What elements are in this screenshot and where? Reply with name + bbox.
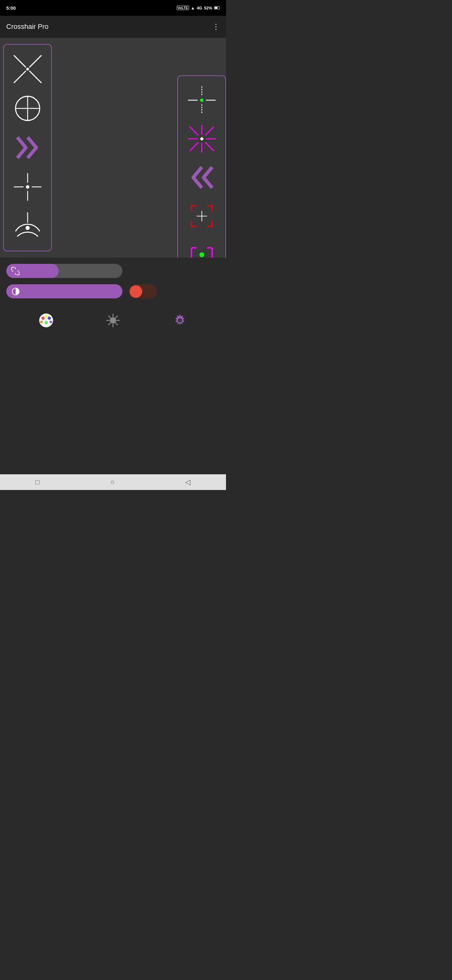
svg-rect-28 — [200, 137, 203, 141]
opacity-row — [6, 284, 220, 298]
svg-point-43 — [45, 315, 48, 318]
crosshair-item-arc-dot[interactable] — [10, 209, 45, 243]
controls-area — [0, 258, 226, 302]
svg-line-20 — [190, 127, 198, 135]
nav-home-button[interactable]: ○ — [111, 478, 114, 486]
opacity-slider-fill — [6, 284, 122, 298]
svg-line-3 — [29, 71, 41, 83]
svg-point-19 — [200, 98, 203, 102]
brightness-button[interactable] — [104, 312, 122, 329]
svg-line-2 — [14, 71, 26, 83]
app-title: Crosshair Pro — [6, 22, 48, 31]
crosshair-item-chevrons-left[interactable] — [185, 160, 219, 195]
svg-point-41 — [40, 321, 43, 323]
toggle-knob — [130, 285, 142, 298]
battery-percent: 52% — [204, 6, 212, 10]
crosshair-item-x-cross[interactable] — [10, 52, 45, 86]
svg-point-35 — [199, 253, 204, 257]
svg-point-38 — [41, 317, 44, 320]
status-bar: 5:00 VoLTE ▲ 4G 52% — [0, 0, 226, 16]
svg-point-40 — [44, 321, 48, 324]
nav-bar: □ ○ ◁ — [0, 474, 226, 490]
left-crosshair-panel — [3, 44, 52, 251]
palette-button[interactable] — [37, 312, 55, 329]
size-icon — [11, 267, 20, 275]
size-slider-fill — [6, 264, 59, 278]
svg-point-54 — [178, 318, 182, 323]
battery-icon — [214, 6, 220, 10]
svg-point-39 — [48, 317, 51, 320]
svg-line-1 — [29, 55, 41, 68]
svg-point-13 — [25, 226, 30, 230]
opacity-slider-track[interactable] — [6, 284, 122, 298]
settings-button[interactable] — [171, 312, 189, 329]
svg-line-49 — [109, 316, 111, 318]
crosshair-item-star-cross[interactable] — [185, 122, 219, 156]
svg-line-0 — [14, 55, 26, 68]
toggle-switch[interactable] — [129, 284, 157, 298]
app-header: Crosshair Pro ⋮ — [0, 16, 226, 38]
volte-icon: VoLTE — [177, 6, 189, 10]
crosshair-item-circle-cross[interactable] — [10, 91, 45, 126]
right-crosshair-panel — [178, 75, 226, 280]
size-slider-track[interactable] — [6, 264, 122, 278]
svg-line-51 — [116, 316, 117, 318]
wifi-icon: ▲ — [191, 6, 195, 10]
svg-line-52 — [109, 323, 111, 325]
main-content — [0, 38, 226, 258]
opacity-icon — [11, 287, 21, 296]
crosshair-item-dot-cross[interactable] — [10, 170, 45, 204]
svg-line-50 — [116, 323, 117, 325]
bottom-toolbar — [0, 308, 226, 333]
signal-icon: 4G — [197, 6, 202, 10]
status-time: 5:00 — [6, 5, 16, 11]
crosshair-item-bracket-cross[interactable] — [185, 199, 219, 233]
size-slider-row — [6, 264, 220, 278]
crosshair-item-chevrons[interactable] — [10, 130, 45, 165]
svg-line-23 — [205, 142, 214, 151]
nav-square-button[interactable]: □ — [35, 478, 40, 486]
svg-point-4 — [26, 68, 29, 70]
svg-line-22 — [190, 142, 198, 151]
status-right: VoLTE ▲ 4G 52% — [177, 6, 220, 10]
svg-line-21 — [205, 127, 214, 135]
menu-button[interactable]: ⋮ — [212, 22, 220, 31]
crosshair-item-dashed-cross[interactable] — [185, 83, 219, 118]
svg-point-12 — [26, 185, 29, 189]
svg-point-42 — [49, 321, 52, 323]
nav-back-button[interactable]: ◁ — [185, 478, 190, 486]
